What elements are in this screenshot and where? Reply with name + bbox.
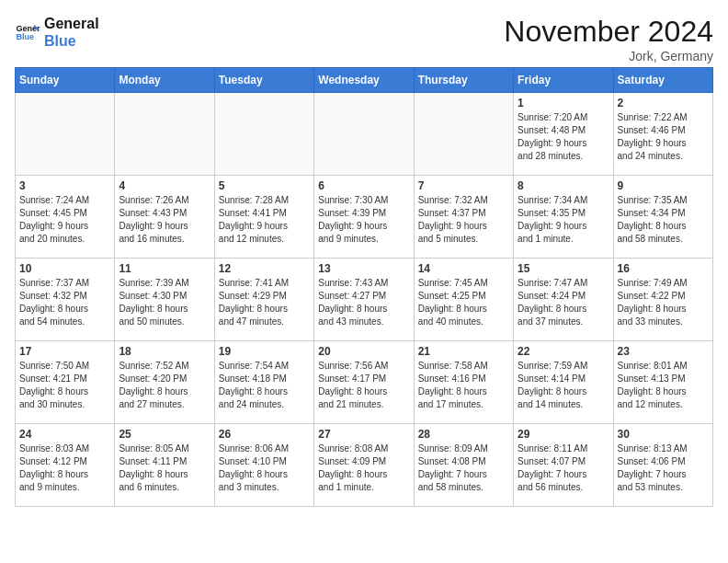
day-info: Sunrise: 7:58 AMSunset: 4:16 PMDaylight:…: [418, 360, 509, 411]
day-cell: 23Sunrise: 8:01 AMSunset: 4:13 PMDayligh…: [613, 341, 712, 424]
day-info: Sunrise: 7:22 AMSunset: 4:46 PMDaylight:…: [618, 111, 709, 163]
day-cell: 4Sunrise: 7:26 AMSunset: 4:43 PMDaylight…: [115, 176, 214, 259]
day-cell: 25Sunrise: 8:05 AMSunset: 4:11 PMDayligh…: [115, 424, 214, 507]
day-cell: 30Sunrise: 8:13 AMSunset: 4:06 PMDayligh…: [613, 424, 712, 507]
weekday-header-wednesday: Wednesday: [314, 68, 414, 93]
day-number: 3: [19, 179, 110, 192]
day-number: 15: [518, 262, 609, 275]
day-number: 16: [618, 262, 709, 275]
day-info: Sunrise: 8:09 AMSunset: 4:08 PMDaylight:…: [418, 442, 509, 494]
day-number: 24: [19, 428, 110, 441]
day-number: 23: [618, 345, 709, 358]
day-info: Sunrise: 8:01 AMSunset: 4:13 PMDaylight:…: [618, 360, 709, 411]
day-cell: 15Sunrise: 7:47 AMSunset: 4:24 PMDayligh…: [514, 259, 613, 341]
weekday-header-monday: Monday: [115, 68, 214, 93]
day-info: Sunrise: 8:08 AMSunset: 4:09 PMDaylight:…: [318, 442, 409, 494]
day-number: 18: [119, 345, 210, 358]
day-cell: 21Sunrise: 7:58 AMSunset: 4:16 PMDayligh…: [414, 341, 513, 424]
day-number: 11: [119, 262, 210, 275]
day-cell: 12Sunrise: 7:41 AMSunset: 4:29 PMDayligh…: [214, 259, 313, 341]
day-number: 1: [518, 97, 609, 109]
weekday-header-sunday: Sunday: [16, 68, 115, 93]
day-info: Sunrise: 7:30 AMSunset: 4:39 PMDaylight:…: [318, 194, 409, 246]
day-number: 4: [119, 179, 210, 192]
day-number: 25: [119, 428, 210, 441]
day-number: 10: [19, 262, 110, 275]
day-info: Sunrise: 7:56 AMSunset: 4:17 PMDaylight:…: [318, 360, 409, 411]
day-cell: [115, 93, 214, 176]
week-row-3: 17Sunrise: 7:50 AMSunset: 4:21 PMDayligh…: [16, 341, 713, 424]
day-cell: 14Sunrise: 7:45 AMSunset: 4:25 PMDayligh…: [414, 259, 513, 341]
day-number: 2: [618, 97, 709, 109]
logo-icon: General Blue: [15, 19, 40, 45]
week-row-2: 10Sunrise: 7:37 AMSunset: 4:32 PMDayligh…: [16, 259, 713, 341]
day-info: Sunrise: 7:26 AMSunset: 4:43 PMDaylight:…: [119, 194, 210, 246]
day-info: Sunrise: 7:37 AMSunset: 4:32 PMDaylight:…: [19, 277, 110, 328]
day-cell: 18Sunrise: 7:52 AMSunset: 4:20 PMDayligh…: [115, 341, 214, 424]
day-cell: 29Sunrise: 8:11 AMSunset: 4:07 PMDayligh…: [514, 424, 613, 507]
day-info: Sunrise: 8:13 AMSunset: 4:06 PMDaylight:…: [618, 442, 709, 494]
day-info: Sunrise: 7:28 AMSunset: 4:41 PMDaylight:…: [219, 194, 310, 246]
day-cell: 22Sunrise: 7:59 AMSunset: 4:14 PMDayligh…: [514, 341, 613, 424]
week-row-0: 1Sunrise: 7:20 AMSunset: 4:48 PMDaylight…: [16, 93, 713, 176]
weekday-header-row: SundayMondayTuesdayWednesdayThursdayFrid…: [16, 68, 713, 93]
day-cell: 26Sunrise: 8:06 AMSunset: 4:10 PMDayligh…: [214, 424, 313, 507]
day-number: 20: [318, 345, 409, 358]
day-cell: 7Sunrise: 7:32 AMSunset: 4:37 PMDaylight…: [414, 176, 513, 259]
day-info: Sunrise: 7:32 AMSunset: 4:37 PMDaylight:…: [418, 194, 509, 246]
day-info: Sunrise: 7:24 AMSunset: 4:45 PMDaylight:…: [19, 194, 110, 246]
day-number: 5: [219, 179, 310, 192]
day-cell: [214, 93, 313, 176]
day-info: Sunrise: 7:52 AMSunset: 4:20 PMDaylight:…: [119, 360, 210, 411]
location: Jork, Germany: [504, 49, 713, 63]
day-cell: 20Sunrise: 7:56 AMSunset: 4:17 PMDayligh…: [314, 341, 414, 424]
day-number: 26: [219, 428, 310, 441]
day-number: 27: [318, 428, 409, 441]
day-cell: 11Sunrise: 7:39 AMSunset: 4:30 PMDayligh…: [115, 259, 214, 341]
logo-text-blue: Blue: [44, 32, 99, 50]
day-info: Sunrise: 8:05 AMSunset: 4:11 PMDaylight:…: [119, 442, 210, 494]
day-info: Sunrise: 8:11 AMSunset: 4:07 PMDaylight:…: [518, 442, 609, 494]
week-row-1: 3Sunrise: 7:24 AMSunset: 4:45 PMDaylight…: [16, 176, 713, 259]
day-cell: 16Sunrise: 7:49 AMSunset: 4:22 PMDayligh…: [613, 259, 712, 341]
day-number: 6: [318, 179, 409, 192]
day-number: 9: [618, 179, 709, 192]
day-number: 12: [219, 262, 310, 275]
day-info: Sunrise: 7:54 AMSunset: 4:18 PMDaylight:…: [219, 360, 310, 411]
day-cell: [16, 93, 115, 176]
day-cell: 19Sunrise: 7:54 AMSunset: 4:18 PMDayligh…: [214, 341, 313, 424]
day-number: 22: [518, 345, 609, 358]
calendar-table: SundayMondayTuesdayWednesdayThursdayFrid…: [15, 67, 713, 507]
day-info: Sunrise: 7:49 AMSunset: 4:22 PMDaylight:…: [618, 277, 709, 328]
day-cell: [314, 93, 414, 176]
day-info: Sunrise: 7:41 AMSunset: 4:29 PMDaylight:…: [219, 277, 310, 328]
day-cell: 5Sunrise: 7:28 AMSunset: 4:41 PMDaylight…: [214, 176, 313, 259]
day-number: 14: [418, 262, 509, 275]
header: General Blue General Blue November 2024 …: [15, 15, 713, 63]
day-info: Sunrise: 7:50 AMSunset: 4:21 PMDaylight:…: [19, 360, 110, 411]
day-number: 13: [318, 262, 409, 275]
day-info: Sunrise: 8:06 AMSunset: 4:10 PMDaylight:…: [219, 442, 310, 494]
day-number: 8: [518, 179, 609, 192]
logo-text-general: General: [44, 15, 99, 32]
weekday-header-saturday: Saturday: [613, 68, 712, 93]
week-row-4: 24Sunrise: 8:03 AMSunset: 4:12 PMDayligh…: [16, 424, 713, 507]
day-cell: 6Sunrise: 7:30 AMSunset: 4:39 PMDaylight…: [314, 176, 414, 259]
day-info: Sunrise: 7:35 AMSunset: 4:34 PMDaylight:…: [618, 194, 709, 246]
day-cell: 17Sunrise: 7:50 AMSunset: 4:21 PMDayligh…: [16, 341, 115, 424]
day-cell: 27Sunrise: 8:08 AMSunset: 4:09 PMDayligh…: [314, 424, 414, 507]
day-cell: 8Sunrise: 7:34 AMSunset: 4:35 PMDaylight…: [514, 176, 613, 259]
day-cell: 9Sunrise: 7:35 AMSunset: 4:34 PMDaylight…: [613, 176, 712, 259]
day-cell: 10Sunrise: 7:37 AMSunset: 4:32 PMDayligh…: [16, 259, 115, 341]
day-cell: 3Sunrise: 7:24 AMSunset: 4:45 PMDaylight…: [16, 176, 115, 259]
day-cell: 13Sunrise: 7:43 AMSunset: 4:27 PMDayligh…: [314, 259, 414, 341]
day-info: Sunrise: 7:39 AMSunset: 4:30 PMDaylight:…: [119, 277, 210, 328]
day-number: 17: [19, 345, 110, 358]
day-cell: 28Sunrise: 8:09 AMSunset: 4:08 PMDayligh…: [414, 424, 513, 507]
title-area: November 2024 Jork, Germany: [504, 15, 713, 63]
day-cell: 24Sunrise: 8:03 AMSunset: 4:12 PMDayligh…: [16, 424, 115, 507]
day-info: Sunrise: 7:47 AMSunset: 4:24 PMDaylight:…: [518, 277, 609, 328]
day-info: Sunrise: 7:43 AMSunset: 4:27 PMDaylight:…: [318, 277, 409, 328]
day-number: 21: [418, 345, 509, 358]
weekday-header-tuesday: Tuesday: [214, 68, 313, 93]
